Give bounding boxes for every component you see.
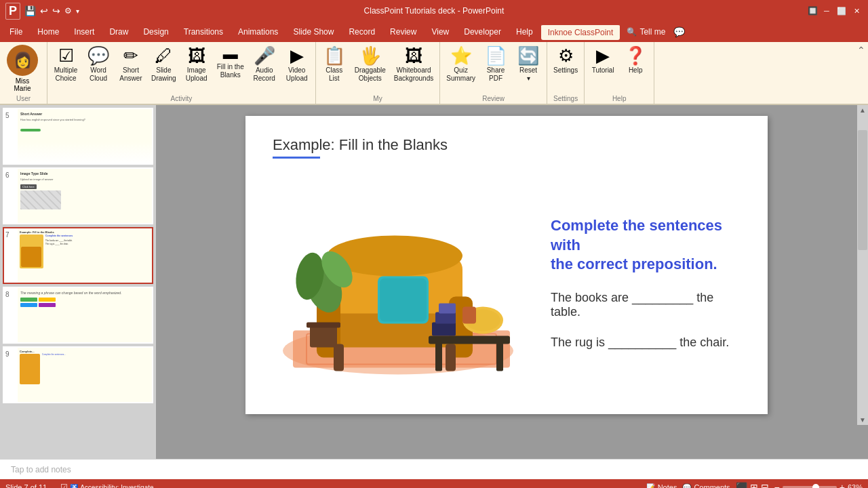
zoom-out-button[interactable]: −: [774, 482, 780, 488]
quiz-summary-button[interactable]: ⭐ QuizSummary: [443, 43, 479, 85]
share-pdf-icon: 📄: [485, 45, 507, 66]
zoom-in-button[interactable]: +: [840, 482, 845, 488]
undo-icon[interactable]: ↩: [40, 5, 48, 16]
menu-home[interactable]: Home: [31, 24, 66, 39]
quiz-summary-icon: ⭐: [450, 45, 472, 66]
share-icon[interactable]: 💬: [673, 26, 685, 37]
close-button[interactable]: ✕: [850, 5, 863, 17]
settings-button[interactable]: ⚙ Settings: [550, 43, 581, 77]
share-pdf-button[interactable]: 📄 SharePDF: [480, 43, 511, 85]
my-group-label: My: [319, 94, 437, 104]
svg-rect-25: [462, 307, 476, 324]
dropdown-icon[interactable]: ▾: [76, 7, 79, 15]
redo-icon[interactable]: ↪: [52, 5, 60, 16]
word-cloud-icon: 💬: [87, 45, 109, 66]
presenter-view-icon[interactable]: ⊟: [761, 482, 769, 488]
notes-icon: 📝: [646, 483, 656, 489]
accessibility-text[interactable]: Accessibility: Investigate: [80, 484, 153, 489]
menu-record[interactable]: Record: [342, 24, 382, 39]
slide-thumbnail-6[interactable]: 6 Image Type Slide Upload an image of an…: [3, 167, 153, 224]
slide-thumbnail-8[interactable]: 8 The meaning a phrase can change based …: [3, 287, 153, 344]
menu-developer[interactable]: Developer: [457, 24, 508, 39]
slide-drawing-icon: 🖊: [155, 45, 172, 66]
slide-view-icon[interactable]: ⬛: [736, 482, 747, 488]
menu-transitions[interactable]: Transitions: [177, 24, 230, 39]
slide-image-area: [273, 172, 530, 394]
zoom-percent: 63%: [848, 483, 863, 488]
notes-area[interactable]: Tap to add notes: [0, 459, 868, 479]
ribbon-group-settings: ⚙ Settings Settings: [547, 42, 585, 104]
menu-file[interactable]: File: [3, 24, 29, 39]
settings-group-items: ⚙ Settings: [550, 43, 581, 94]
tell-me-text[interactable]: Tell me: [639, 27, 665, 37]
svg-rect-18: [435, 343, 442, 371]
help-label: Help: [629, 66, 643, 75]
svg-rect-14: [307, 323, 340, 328]
slide-drawing-label: SlideDrawing: [151, 66, 176, 83]
ribbon-display-icon[interactable]: 🔲: [808, 6, 818, 16]
whiteboard-backgrounds-button[interactable]: 🖼 WhiteboardBackgrounds: [391, 43, 437, 85]
reset-button[interactable]: 🔄 Reset▾: [513, 43, 544, 85]
notes-label: Notes: [658, 483, 677, 488]
zoom-slider-thumb: [812, 484, 819, 488]
slide-preview-9: Complete... Complete the sentences...: [18, 348, 152, 402]
vertical-scrollbar[interactable]: ▲ ▼: [857, 105, 868, 425]
svg-rect-8: [334, 344, 344, 371]
help-group-label: Help: [587, 94, 651, 104]
video-upload-button[interactable]: ▶ VideoUpload: [281, 43, 313, 85]
notes-button[interactable]: 📝 Notes: [646, 483, 677, 489]
slide-thumbnail-9[interactable]: 9 Complete... Complete the sentences...: [3, 346, 153, 403]
menu-help[interactable]: Help: [509, 24, 540, 39]
draggable-objects-button[interactable]: 🖐 DraggableObjects: [351, 43, 389, 85]
window-title: ClassPoint Tutorials deck - PowerPoint: [364, 6, 505, 16]
tutorial-label: Tutorial: [592, 66, 614, 75]
short-answer-button[interactable]: ✏ ShortAnswer: [115, 43, 146, 85]
tutorial-button[interactable]: ▶ Tutorial: [587, 43, 618, 77]
comments-icon: 💬: [682, 483, 692, 489]
menu-review[interactable]: Review: [383, 24, 423, 39]
menu-slideshow[interactable]: Slide Show: [286, 24, 340, 39]
slide-info: Slide 7 of 11: [5, 483, 47, 488]
menu-insert[interactable]: Insert: [67, 24, 101, 39]
minimize-button[interactable]: ─: [821, 5, 833, 17]
zoom-controls: − + 63%: [774, 482, 863, 488]
slide-thumbnail-5[interactable]: 5 Short Answer How has english improved …: [3, 108, 153, 165]
customize-icon[interactable]: ⚙: [64, 6, 72, 16]
menu-animations[interactable]: Animations: [231, 24, 285, 39]
multiple-choice-button[interactable]: ☑ MultipleChoice: [50, 43, 81, 85]
word-cloud-button[interactable]: 💬 WordCloud: [83, 43, 114, 85]
audio-record-label: AudioRecord: [254, 66, 275, 83]
slide-title: Example: Fill in the Blanks: [273, 136, 741, 154]
save-icon[interactable]: 💾: [24, 5, 36, 16]
draggable-objects-icon: 🖐: [359, 45, 381, 66]
menu-bar: File Home Insert Draw Design Transitions…: [0, 22, 868, 42]
audio-record-button[interactable]: 🎤 AudioRecord: [249, 43, 280, 85]
slide-number-6: 6: [4, 169, 15, 182]
menu-inknoe-classpoint[interactable]: Inknoe ClassPoint: [541, 24, 620, 40]
ribbon-group-activity: ☑ MultipleChoice 💬 WordCloud ✏ ShortAnsw…: [47, 42, 316, 104]
menu-draw[interactable]: Draw: [102, 24, 135, 39]
slide-drawing-button[interactable]: 🖊 SlideDrawing: [148, 43, 180, 85]
svg-rect-19: [496, 343, 503, 371]
slide-thumbnail-7[interactable]: 7 Example: Fill in the Blanks Complete t…: [3, 227, 153, 284]
ribbon-collapse-button[interactable]: ⌃: [854, 42, 868, 104]
image-upload-button[interactable]: 🖼 ImageUpload: [181, 43, 212, 85]
user-name-label: MissMarie: [14, 77, 31, 92]
help-button[interactable]: ❓ Help: [620, 43, 651, 77]
menu-view[interactable]: View: [425, 24, 456, 39]
image-upload-icon: 🖼: [188, 45, 205, 66]
slide-preview-5: Short Answer How has english improved si…: [18, 109, 152, 163]
maximize-button[interactable]: ⬜: [835, 5, 848, 17]
menu-design[interactable]: Design: [136, 24, 175, 39]
user-profile-button[interactable]: 👩 MissMarie: [3, 43, 42, 94]
svg-rect-9: [446, 344, 456, 371]
fill-in-blanks-button[interactable]: ▬ Fill in theBlanks: [214, 43, 248, 81]
fit-view-icon[interactable]: ⊞: [750, 482, 758, 488]
comments-button[interactable]: 💬 Comments: [682, 483, 730, 489]
whiteboard-backgrounds-label: WhiteboardBackgrounds: [394, 66, 433, 83]
svg-rect-22: [439, 304, 456, 314]
class-list-button[interactable]: 📋 ClassList: [319, 43, 350, 85]
reset-label: Reset▾: [519, 66, 537, 83]
view-controls: ⬛ ⊞ ⊟: [736, 482, 769, 488]
word-cloud-label: WordCloud: [90, 66, 107, 83]
